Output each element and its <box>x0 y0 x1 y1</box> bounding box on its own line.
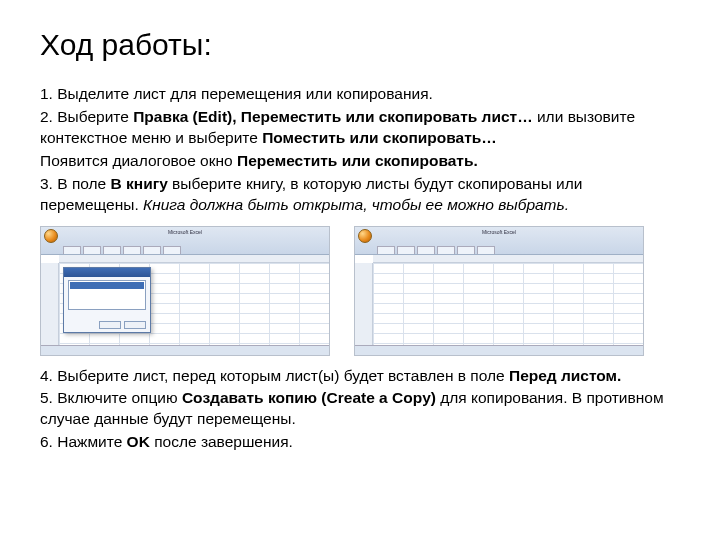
t: 3. В поле <box>40 175 111 192</box>
t: после завершения. <box>150 433 293 450</box>
t: Создавать копию (Create a Copy) <box>182 389 436 406</box>
t: 6. Нажмите <box>40 433 127 450</box>
office-orb-icon <box>358 229 372 243</box>
excel-screenshot-2: Microsoft Excel <box>354 226 644 356</box>
window-title: Microsoft Excel <box>482 229 516 235</box>
move-copy-dialog <box>63 267 151 333</box>
page-title: Ход работы: <box>40 28 680 62</box>
t: В книгу <box>111 175 168 192</box>
t: 4. Выберите лист, перед которым лист(ы) … <box>40 367 509 384</box>
t: Поместить или скопировать… <box>262 129 497 146</box>
t: Перед листом. <box>509 367 621 384</box>
step-3: 3. В поле В книгу выберите книгу, в кото… <box>40 174 680 216</box>
step-2: 2. Выберите Правка (Edit), Переместить и… <box>40 107 680 149</box>
t: Появится диалоговое окно <box>40 152 237 169</box>
t: 5. Включите опцию <box>40 389 182 406</box>
office-orb-icon <box>44 229 58 243</box>
t: 2. Выберите <box>40 108 133 125</box>
step-1: 1. Выделите лист для перемещения или коп… <box>40 84 680 105</box>
step-5: 5. Включите опцию Создавать копию (Creat… <box>40 388 680 430</box>
t: Правка (Edit), Переместить или скопирова… <box>133 108 532 125</box>
excel-screenshot-1: Microsoft Excel <box>40 226 330 356</box>
step-6: 6. Нажмите OK после завершения. <box>40 432 680 453</box>
step-4: 4. Выберите лист, перед которым лист(ы) … <box>40 366 680 387</box>
window-title: Microsoft Excel <box>168 229 202 235</box>
screenshot-row: Microsoft Excel Microsoft Excel <box>40 226 680 356</box>
step-2b: Появится диалоговое окно Переместить или… <box>40 151 680 172</box>
t: Переместить или скопировать. <box>237 152 478 169</box>
t: Книга должна быть открыта, чтобы ее можн… <box>143 196 569 213</box>
t: OK <box>127 433 150 450</box>
